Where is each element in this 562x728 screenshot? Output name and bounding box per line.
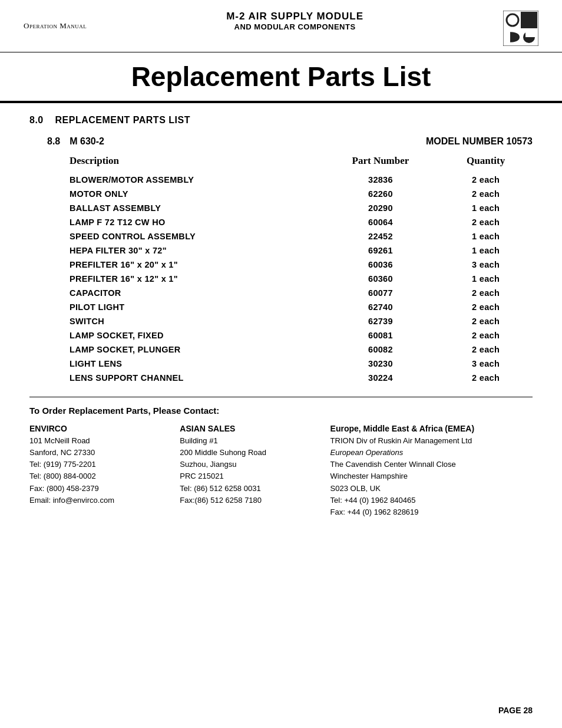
svg-rect-8 (525, 31, 536, 37)
header-subtitle: AND MODULAR COMPONENTS (98, 22, 491, 31)
row-quantity: 2 each (439, 328, 533, 342)
section-heading: 8.0 REPLACEMENT PARTS LIST (29, 115, 533, 126)
subsection-row: 8.8 M 630-2 MODEL NUMBER 10573 (29, 136, 533, 147)
table-row: LAMP SOCKET, FIXED600812 each (65, 328, 533, 342)
row-description: SPEED CONTROL ASSEMBLY (65, 229, 322, 243)
row-quantity: 2 each (439, 314, 533, 328)
table-row: PREFILTER 16" x 12" x 1"603601 each (65, 272, 533, 286)
header: Operation Manual M-2 AIR SUPPLY MODULE A… (0, 0, 562, 52)
row-description: HEPA FILTER 30" x 72" (65, 243, 322, 258)
row-description: MOTOR ONLY (65, 187, 322, 201)
row-quantity: 2 each (439, 286, 533, 300)
row-part-number: 30224 (322, 371, 439, 385)
row-quantity: 2 each (439, 371, 533, 385)
col-header-part: Part Number (322, 151, 439, 173)
row-part-number: 60077 (322, 286, 439, 300)
table-row: LAMP F 72 T12 CW HO600642 each (65, 215, 533, 229)
table-row: MOTOR ONLY622602 each (65, 187, 533, 201)
contact-name: ENVIRCO (29, 424, 174, 433)
row-part-number: 62740 (322, 300, 439, 314)
page: Operation Manual M-2 AIR SUPPLY MODULE A… (0, 0, 562, 728)
table-row: LIGHT LENS302303 each (65, 357, 533, 371)
col-header-description: Description (65, 151, 322, 173)
subsection-number: 8.8 (47, 136, 60, 147)
svg-rect-2 (521, 12, 537, 28)
row-part-number: 69261 (322, 243, 439, 258)
row-part-number: 60036 (322, 258, 439, 272)
header-left: Operation Manual (24, 11, 87, 31)
contact-name: ASIAN SALES (180, 424, 324, 433)
table-row: PREFILTER 16" x 20" x 1"600363 each (65, 258, 533, 272)
row-quantity: 1 each (439, 243, 533, 258)
row-description: PREFILTER 16" x 20" x 1" (65, 258, 322, 272)
row-quantity: 3 each (439, 258, 533, 272)
row-part-number: 62739 (322, 314, 439, 328)
row-part-number: 60064 (322, 215, 439, 229)
contact-column: Europe, Middle East & Africa (EMEA)TRION… (330, 424, 533, 518)
header-title-main: M-2 AIR SUPPLY MODULE (98, 11, 491, 22)
model-number-label: MODEL NUMBER 10573 (426, 136, 533, 147)
table-row: SPEED CONTROL ASSEMBLY224521 each (65, 229, 533, 243)
table-row: HEPA FILTER 30" x 72"692611 each (65, 243, 533, 258)
row-quantity: 2 each (439, 342, 533, 357)
row-part-number: 60081 (322, 328, 439, 342)
row-quantity: 3 each (439, 357, 533, 371)
svg-point-3 (507, 14, 518, 26)
operation-manual-label: Operation Manual (24, 21, 87, 31)
row-part-number: 30230 (322, 357, 439, 371)
row-quantity: 2 each (439, 300, 533, 314)
table-row: CAPACITOR600772 each (65, 286, 533, 300)
header-center: M-2 AIR SUPPLY MODULE AND MODULAR COMPON… (87, 11, 503, 31)
parts-table: Description Part Number Quantity BLOWER/… (65, 151, 533, 385)
row-description: PREFILTER 16" x 12" x 1" (65, 272, 322, 286)
contact-column: ENVIRCO101 McNeill RoadSanford, NC 27330… (29, 424, 174, 518)
page-title: Replacement Parts List (24, 61, 538, 93)
row-description: BALLAST ASSEMBLY (65, 201, 322, 215)
row-description: BLOWER/MOTOR ASSEMBLY (65, 173, 322, 187)
row-description: LIGHT LENS (65, 357, 322, 371)
row-description: SWITCH (65, 314, 322, 328)
table-row: BLOWER/MOTOR ASSEMBLY328362 each (65, 173, 533, 187)
contact-details: 101 McNeill RoadSanford, NC 27330Tel: (9… (29, 435, 174, 506)
content: 8.0 REPLACEMENT PARTS LIST 8.8 M 630-2 M… (0, 103, 562, 530)
subsection-title: M 630-2 (70, 136, 426, 147)
row-part-number: 32836 (322, 173, 439, 187)
row-part-number: 22452 (322, 229, 439, 243)
svg-rect-5 (508, 32, 510, 42)
col-header-qty: Quantity (439, 151, 533, 173)
contact-details: TRION Div of Ruskin Air Management LtdEu… (330, 435, 533, 518)
company-logo (503, 11, 538, 46)
table-row: LAMP SOCKET, PLUNGER600822 each (65, 342, 533, 357)
row-description: CAPACITOR (65, 286, 322, 300)
table-row: LENS SUPPORT CHANNEL302242 each (65, 371, 533, 385)
row-quantity: 1 each (439, 229, 533, 243)
table-header-row: Description Part Number Quantity (65, 151, 533, 173)
order-section: To Order Replacement Parts, Please Conta… (29, 397, 533, 518)
footer: PAGE 28 (498, 706, 533, 715)
section-number: 8.0 (29, 115, 44, 125)
row-description: LAMP SOCKET, FIXED (65, 328, 322, 342)
row-part-number: 60082 (322, 342, 439, 357)
row-description: LAMP SOCKET, PLUNGER (65, 342, 322, 357)
table-row: PILOT LIGHT627402 each (65, 300, 533, 314)
row-quantity: 1 each (439, 272, 533, 286)
table-row: SWITCH627392 each (65, 314, 533, 328)
row-description: LAMP F 72 T12 CW HO (65, 215, 322, 229)
row-part-number: 60360 (322, 272, 439, 286)
section-label: REPLACEMENT PARTS LIST (55, 115, 190, 125)
row-quantity: 2 each (439, 215, 533, 229)
order-heading: To Order Replacement Parts, Please Conta… (29, 406, 533, 416)
parts-table-wrapper: Description Part Number Quantity BLOWER/… (29, 151, 533, 385)
row-description: PILOT LIGHT (65, 300, 322, 314)
row-part-number: 62260 (322, 187, 439, 201)
contact-column: ASIAN SALESBuilding #1200 Middle Suhong … (180, 424, 324, 518)
row-description: LENS SUPPORT CHANNEL (65, 371, 322, 385)
contact-grid: ENVIRCO101 McNeill RoadSanford, NC 27330… (29, 424, 533, 518)
row-quantity: 2 each (439, 187, 533, 201)
table-row: BALLAST ASSEMBLY202901 each (65, 201, 533, 215)
contact-details: Building #1200 Middle Suhong RoadSuzhou,… (180, 435, 324, 506)
contact-name: Europe, Middle East & Africa (EMEA) (330, 424, 533, 433)
row-quantity: 2 each (439, 173, 533, 187)
page-label: PAGE 28 (498, 706, 533, 715)
page-title-section: Replacement Parts List (0, 55, 562, 103)
